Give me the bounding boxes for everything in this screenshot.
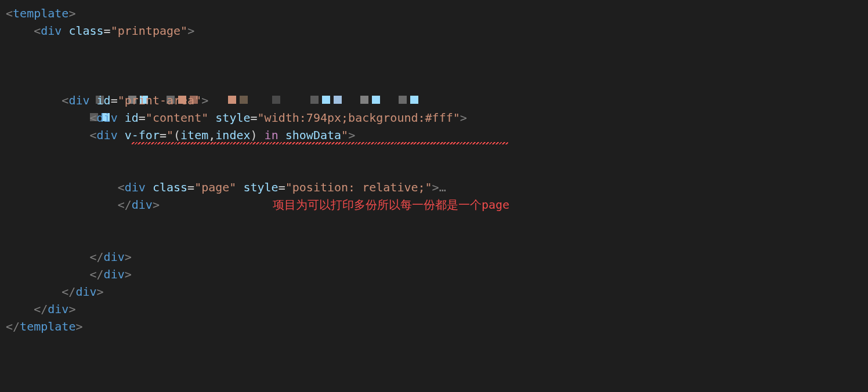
equals: = (160, 128, 167, 142)
bracket: </ (118, 198, 132, 212)
code-line-12[interactable]: </template> (6, 318, 868, 335)
equals: = (111, 93, 118, 107)
bracket: < (118, 180, 125, 194)
bracket: > (125, 267, 132, 281)
paren: ( (173, 128, 180, 142)
tag-name: div (75, 285, 96, 299)
blank-line[interactable] (6, 39, 868, 57)
tag-name: div (97, 128, 118, 142)
tag-name: template (20, 320, 75, 333)
bracket: > (68, 302, 75, 316)
attribute: class (153, 180, 187, 194)
tag-name: div (104, 250, 125, 264)
tag-name: div (68, 93, 89, 107)
variable: item (180, 128, 208, 142)
code-line-5[interactable]: <div v-for="(item,index) in showData"> (6, 126, 868, 179)
bracket: > (68, 6, 75, 20)
string: " (341, 128, 348, 142)
paren: ) (251, 128, 258, 142)
code-line-1[interactable]: <template> (6, 5, 868, 22)
string: "position: relative;" (285, 180, 432, 194)
bracket: < (62, 93, 68, 107)
comma: , (208, 128, 215, 142)
bracket: > (432, 180, 439, 194)
tag-name: div (132, 198, 153, 212)
fold-indicator[interactable]: … (439, 180, 446, 194)
string: "content" (146, 111, 208, 125)
keyword: in (265, 128, 279, 142)
code-line-11[interactable]: </div> (6, 300, 868, 318)
equals: = (251, 111, 258, 125)
code-line-3[interactable]: <div id="print-area"> (6, 92, 868, 109)
tag-name: div (48, 302, 68, 316)
bracket: > (460, 111, 467, 125)
bracket: > (201, 93, 208, 107)
tag-name: div (97, 111, 118, 125)
code-line-7[interactable]: </div> 项目为可以打印多份所以每一份都是一个page (6, 196, 868, 248)
code-editor[interactable]: <template> <div class="printpage"> (0, 5, 868, 335)
bracket: < (90, 111, 97, 125)
code-line-10[interactable]: </div> (6, 283, 868, 300)
bracket: </ (90, 250, 104, 264)
bracket: </ (34, 302, 48, 316)
equals: = (139, 111, 146, 125)
equals: = (187, 180, 194, 194)
tag-name: div (104, 267, 125, 281)
tag-name: div (41, 24, 62, 38)
code-line-4[interactable]: <div id="content" style="width:794px;bac… (6, 109, 868, 126)
code-line-2[interactable]: <div class="printpage"> (6, 22, 868, 39)
variable: showData (285, 128, 341, 142)
code-line-8[interactable]: </div> (6, 248, 868, 266)
variable: index (215, 128, 250, 142)
string: "print-area" (118, 93, 202, 107)
attribute: style (215, 111, 250, 125)
annotation-comment: 项目为可以打印多份所以每一份都是一个page (273, 196, 509, 213)
attribute: class (68, 24, 103, 38)
tag-name: template (13, 6, 68, 20)
string: "page" (194, 180, 236, 194)
bracket: < (90, 128, 97, 142)
bracket: > (97, 285, 104, 299)
pixelated-line-2 (6, 74, 868, 92)
error-squiggle (131, 142, 508, 144)
code-line-6[interactable]: <div class="page" style="position: relat… (6, 179, 868, 196)
equals: = (279, 180, 285, 194)
string: "width:794px;background:#fff" (258, 111, 460, 125)
bracket: > (153, 198, 160, 212)
pixelated-line-1 (6, 57, 868, 74)
string: "printpage" (111, 24, 187, 38)
bracket: < (34, 24, 41, 38)
equals: = (104, 24, 111, 38)
bracket: > (125, 250, 132, 264)
bracket: > (348, 128, 355, 142)
attribute: v-for (125, 128, 160, 142)
code-line-9[interactable]: </div> (6, 266, 868, 283)
attribute: id (125, 111, 139, 125)
bracket: < (6, 6, 13, 20)
bracket: > (75, 320, 82, 333)
attribute: style (243, 180, 278, 194)
attribute: id (97, 93, 111, 107)
string: " (167, 128, 173, 142)
tag-name: div (125, 180, 146, 194)
bracket: </ (62, 285, 75, 299)
bracket: > (187, 24, 194, 38)
bracket: </ (6, 320, 20, 333)
bracket: </ (90, 267, 104, 281)
